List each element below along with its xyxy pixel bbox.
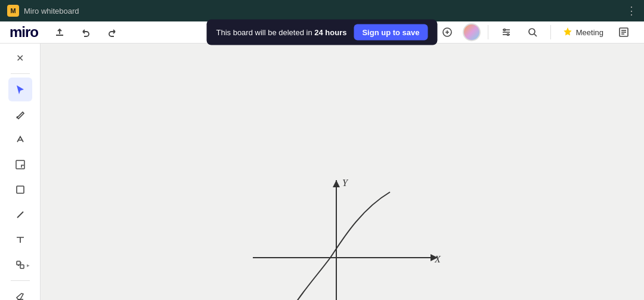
sidebar-tool-smart-draw[interactable] xyxy=(8,253,32,277)
notes-button[interactable] xyxy=(613,21,634,43)
svg-line-14 xyxy=(17,212,23,218)
sidebar-divider-1 xyxy=(11,73,30,74)
redo-button[interactable] xyxy=(103,23,122,42)
notification-text: This board will be deleted in 24 hours xyxy=(216,28,346,37)
svg-rect-15 xyxy=(17,261,20,265)
sidebar-divider-2 xyxy=(11,280,30,281)
canvas[interactable]: Y X × 100% xyxy=(41,44,644,300)
svg-point-5 xyxy=(507,34,509,36)
sidebar-tool-select[interactable] xyxy=(8,78,32,101)
search-button[interactable] xyxy=(522,21,543,43)
title-bar: M Miro whiteboard ⋮ xyxy=(0,0,644,21)
svg-marker-28 xyxy=(333,180,340,187)
toolbar-divider-2 xyxy=(550,25,551,39)
toolbar-right: Meeting xyxy=(410,21,634,43)
svg-line-7 xyxy=(534,34,537,36)
svg-point-4 xyxy=(503,29,505,31)
svg-text:X: X xyxy=(434,254,441,264)
app-icon: M xyxy=(7,5,19,17)
svg-text:Y: Y xyxy=(342,178,349,188)
upload-button[interactable] xyxy=(50,23,69,42)
settings-button[interactable] xyxy=(496,21,517,43)
sidebar-tool-sticky[interactable] xyxy=(8,153,32,177)
svg-rect-13 xyxy=(17,186,24,193)
window-menu-button[interactable]: ⋮ xyxy=(626,4,637,17)
miro-logo: miro xyxy=(10,24,38,41)
undo-button[interactable] xyxy=(76,23,95,42)
svg-rect-16 xyxy=(20,265,24,268)
toolbar: miro This board will be deleted in 24 ho… xyxy=(0,21,644,44)
pen-mode-button[interactable] xyxy=(436,21,458,43)
avatar xyxy=(463,23,481,41)
graph-svg: Y X × xyxy=(217,162,467,301)
sidebar-tool-text-a[interactable] xyxy=(8,128,32,151)
signup-button[interactable]: Sign up to save xyxy=(354,24,428,41)
sidebar-close-button[interactable]: ✕ xyxy=(11,48,30,67)
sidebar-tool-pen[interactable] xyxy=(8,103,32,126)
svg-rect-12 xyxy=(16,160,24,169)
hours-bold: 24 hours xyxy=(314,28,346,37)
meeting-button[interactable]: Meeting xyxy=(558,25,608,39)
content-area: ✕ xyxy=(0,44,644,300)
sidebar-tool-eraser[interactable] xyxy=(8,284,32,300)
notification-banner: This board will be deleted in 24 hours S… xyxy=(206,20,437,45)
sidebar-tool-text-t[interactable] xyxy=(8,228,32,252)
toolbar-divider xyxy=(488,25,488,39)
sidebar-tool-shapes[interactable] xyxy=(8,178,32,202)
app-title: Miro whiteboard xyxy=(24,7,79,16)
sidebar-tool-line[interactable] xyxy=(8,203,32,227)
left-sidebar: ✕ xyxy=(0,44,41,300)
svg-point-6 xyxy=(529,29,535,35)
main-area: miro This board will be deleted in 24 ho… xyxy=(0,21,644,300)
